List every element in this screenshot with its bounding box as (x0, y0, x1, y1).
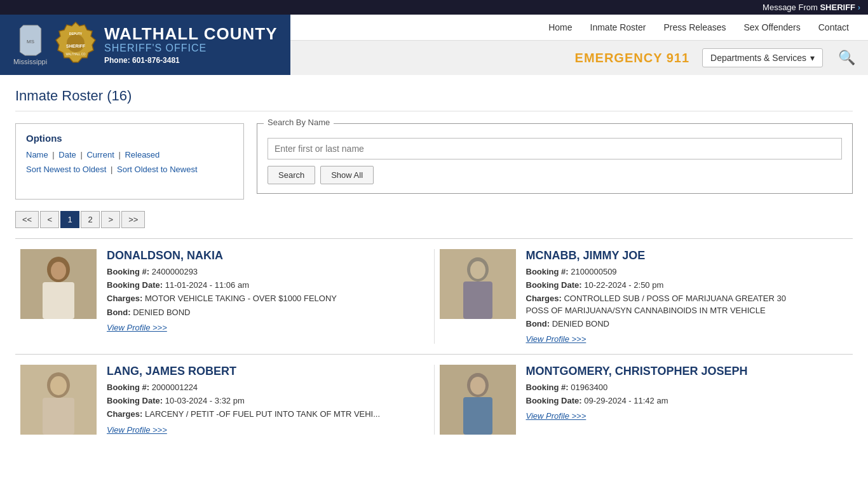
inmate-photo-donaldson (20, 249, 97, 319)
mcnabb-photo-svg (440, 249, 516, 319)
phone-number: Phone: 601-876-3481 (104, 56, 278, 65)
office-name: SHERIFF'S OFFICE (104, 43, 278, 54)
svg-rect-17 (43, 398, 74, 435)
sort-name-link[interactable]: Name (26, 150, 48, 159)
inmate-photo-montgomery (440, 365, 516, 435)
inmate-name: MCNABB, JIMMY JOE (526, 249, 848, 262)
page-2-button[interactable]: 2 (81, 211, 100, 228)
sheriff-title: WALTHALL COUNTY SHERIFF'S OFFICE Phone: … (104, 25, 278, 65)
main-nav: Home Inmate Roster Press Releases Sex Of… (290, 15, 868, 41)
header-nav-area: Home Inmate Roster Press Releases Sex Of… (290, 15, 868, 75)
inmate-name: LANG, JAMES ROBERT (107, 365, 429, 378)
page-title: Inmate Roster (16) (15, 88, 853, 112)
page-prev-button[interactable]: < (40, 211, 59, 228)
nav-press-releases[interactable]: Press Releases (654, 15, 735, 40)
inmate-info-lang: LANG, JAMES ROBERT Booking #: 2000001224… (107, 365, 429, 435)
inmate-cell-donaldson: DONALDSON, NAKIA Booking #: 2400000293 B… (15, 249, 434, 344)
svg-point-3 (67, 34, 85, 52)
main-content: Inmate Roster (16) Options Name | Date |… (0, 75, 868, 458)
inmate-booking-date: Booking Date: 09-29-2024 - 11:42 am (526, 395, 848, 407)
svg-point-14 (470, 261, 485, 279)
search-button[interactable]: Search (268, 166, 315, 184)
sort-oldest-link[interactable]: Sort Oldest to Newest (117, 165, 197, 174)
inmate-charges: Charges: LARCENY / PETIT -OF FUEL PUT IN… (107, 409, 429, 420)
inmate-booking-num: Booking #: 2100000509 (526, 266, 848, 278)
inmate-name: MONTGOMERY, CHRISTOPHER JOSEPH (526, 365, 848, 378)
sort-order-links: Sort Newest to Oldest | Sort Oldest to N… (26, 165, 233, 174)
inmate-photo-lang (20, 365, 97, 435)
inmate-row: DONALDSON, NAKIA Booking #: 2400000293 B… (15, 238, 853, 354)
view-profile-lang[interactable]: View Profile >>> (107, 425, 167, 435)
inmate-bond: Bond: DENIED BOND (526, 318, 848, 330)
sheriff-badge: DEPUTY SHERIFF WALTHALL CO (55, 21, 97, 69)
inmate-charges: Charges: CONTROLLED SUB / POSS OF MARIJU… (526, 293, 848, 316)
svg-point-22 (470, 377, 485, 395)
search-name-input[interactable] (268, 138, 842, 159)
svg-text:MS: MS (27, 39, 34, 44)
view-profile-donaldson[interactable]: View Profile >>> (107, 323, 167, 332)
svg-rect-9 (43, 282, 74, 319)
inmate-photo-mcnabb (440, 249, 516, 319)
svg-rect-21 (463, 397, 492, 435)
site-header: MS Mississippi DEPUTY SHERIFF WALTHALL C… (0, 15, 868, 75)
sort-released-link[interactable]: Released (125, 150, 159, 159)
inmate-cell-lang: LANG, JAMES ROBERT Booking #: 2000001224… (15, 365, 434, 435)
search-by-name-panel: Search By Name Search Show All (257, 123, 853, 194)
inmate-booking-date: Booking Date: 10-03-2024 - 3:32 pm (107, 395, 429, 407)
page-next-button[interactable]: > (101, 211, 120, 228)
page-last-button[interactable]: >> (121, 211, 145, 228)
state-label: Mississippi (13, 58, 47, 65)
emergency-badge: EMERGENCY 911 (575, 51, 689, 65)
inmate-info-donaldson: DONALDSON, NAKIA Booking #: 2400000293 B… (107, 249, 429, 344)
nav-contact[interactable]: Contact (810, 15, 858, 40)
sort-by-links: Name | Date | Current | Released (26, 150, 233, 159)
inmate-info-montgomery: MONTGOMERY, CHRISTOPHER JOSEPH Booking #… (526, 365, 848, 435)
nav-sex-offenders[interactable]: Sex Offenders (735, 15, 810, 40)
svg-text:DEPUTY: DEPUTY (69, 32, 83, 36)
inmate-row: LANG, JAMES ROBERT Booking #: 2000001224… (15, 354, 853, 445)
sort-newest-link[interactable]: Sort Newest to Oldest (26, 165, 106, 174)
montgomery-photo-svg (440, 365, 516, 435)
state-map: MS Mississippi (13, 24, 48, 65)
nav-home[interactable]: Home (539, 15, 581, 40)
search-by-name-legend: Search By Name (264, 118, 334, 127)
svg-text:SHERIFF: SHERIFF (66, 44, 86, 48)
top-banner: Message From SHERIFF › (0, 0, 868, 15)
inmate-booking-num: Booking #: 01963400 (526, 382, 848, 393)
inmate-cell-montgomery: MONTGOMERY, CHRISTOPHER JOSEPH Booking #… (434, 365, 853, 435)
view-profile-montgomery[interactable]: View Profile >>> (526, 411, 587, 421)
sort-current-link[interactable]: Current (86, 150, 114, 159)
inmate-booking-date: Booking Date: 11-01-2024 - 11:06 am (107, 280, 429, 291)
page-first-button[interactable]: << (15, 211, 39, 228)
lang-photo-svg (20, 365, 97, 435)
banner-message: Message From SHERIFF › (763, 3, 860, 12)
inmate-booking-num: Booking #: 2400000293 (107, 266, 429, 278)
options-search-row: Options Name | Date | Current | Released… (15, 123, 853, 200)
search-btn-row: Search Show All (268, 166, 842, 184)
search-icon[interactable]: 🔍 (836, 47, 858, 69)
svg-point-10 (51, 262, 66, 280)
nav-inmate-roster[interactable]: Inmate Roster (581, 15, 655, 40)
show-all-button[interactable]: Show All (320, 166, 374, 184)
inmate-name: DONALDSON, NAKIA (107, 249, 429, 262)
chevron-down-icon: ▾ (810, 53, 815, 63)
county-name: WALTHALL COUNTY (104, 25, 278, 43)
options-heading: Options (26, 133, 233, 144)
inmate-grid: DONALDSON, NAKIA Booking #: 2400000293 B… (15, 238, 853, 445)
inmate-booking-date: Booking Date: 10-22-2024 - 2:50 pm (526, 280, 848, 291)
header-branding: MS Mississippi DEPUTY SHERIFF WALTHALL C… (0, 15, 290, 75)
sort-date-link[interactable]: Date (58, 150, 76, 159)
badge-svg: DEPUTY SHERIFF WALTHALL CO (55, 21, 97, 69)
donaldson-photo-svg (20, 249, 97, 319)
svg-point-18 (50, 376, 67, 395)
view-profile-mcnabb[interactable]: View Profile >>> (526, 334, 587, 344)
inmate-booking-num: Booking #: 2000001224 (107, 382, 429, 393)
page-1-button[interactable]: 1 (60, 211, 79, 228)
inmate-info-mcnabb: MCNABB, JIMMY JOE Booking #: 2100000509 … (526, 249, 848, 344)
svg-rect-13 (463, 281, 492, 319)
inmate-charges: Charges: MOTOR VEHICLE TAKING - OVER $10… (107, 293, 429, 304)
departments-services-button[interactable]: Departments & Services ▾ (702, 48, 823, 67)
options-panel: Options Name | Date | Current | Released… (15, 123, 244, 200)
inmate-bond: Bond: DENIED BOND (107, 307, 429, 318)
inmate-cell-mcnabb: MCNABB, JIMMY JOE Booking #: 2100000509 … (434, 249, 853, 344)
